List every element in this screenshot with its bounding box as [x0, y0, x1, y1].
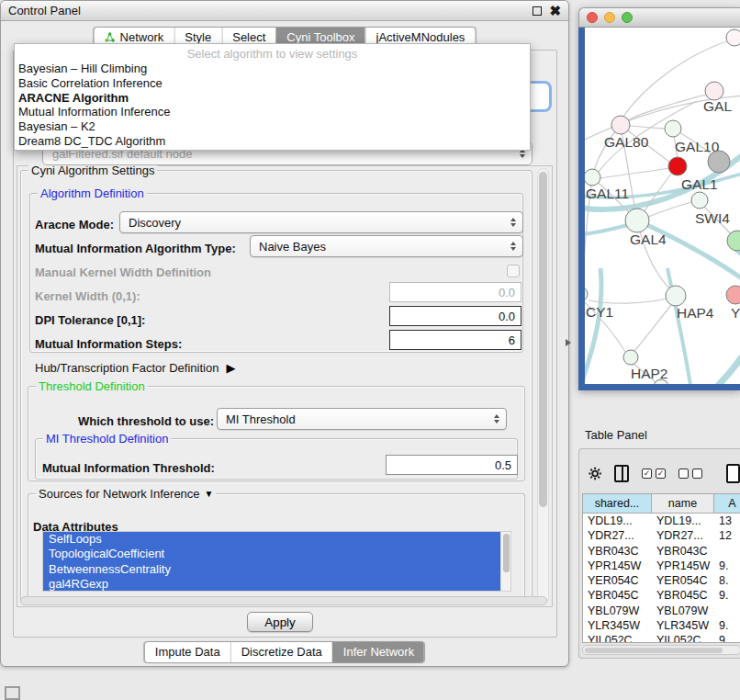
kernel-width-label: Kernel Width (0,1):	[35, 289, 140, 303]
node-label: HAP2	[631, 366, 668, 381]
close-window-icon[interactable]	[587, 12, 598, 23]
columns-icon[interactable]	[614, 465, 629, 482]
mi-algorithm-type-combo[interactable]: Naive Bayes	[250, 235, 523, 257]
table-row[interactable]: YBL079WYBL079W	[583, 604, 740, 618]
network-node-hap2[interactable]	[623, 350, 638, 365]
table-row[interactable]: YER054CYER054C8.	[583, 573, 740, 588]
zoom-window-icon[interactable]	[622, 12, 633, 23]
node-label: GAL11	[586, 186, 629, 201]
collapsed-arrow-icon: ▶	[226, 361, 235, 375]
node-label: GAL1	[681, 176, 718, 192]
node-label: GCY1	[585, 304, 613, 320]
data-attribute-item[interactable]: TopologicalCoefficient	[43, 547, 500, 561]
control-panel-window: Control Panel ✖ NetworkStyleSelectCyni T…	[0, 0, 569, 667]
table-row[interactable]: YDL19...YDL19...13	[583, 514, 740, 528]
table-row[interactable]: YPR145WYPR145W9.	[583, 559, 740, 573]
network-node-gal[interactable]	[705, 82, 723, 100]
data-attribute-item[interactable]: BetweennessCentrality	[43, 562, 500, 577]
column-header-name[interactable]: name	[652, 494, 714, 514]
control-panel-title: Control Panel	[8, 4, 81, 17]
checked-boxes-icon[interactable]: ✓✓	[642, 469, 666, 479]
table-row[interactable]: YIL052CYIL052C9.	[583, 633, 740, 643]
combo-stepper-icon	[510, 218, 516, 227]
attributes-list-scrollbar[interactable]	[500, 532, 510, 591]
network-edge[interactable]	[634, 305, 671, 351]
table-row[interactable]: YBR045CYBR045C9.	[583, 588, 740, 603]
dpi-tolerance-field[interactable]: 0.0	[389, 306, 521, 326]
table-row[interactable]: YLR345WYLR345W9.	[583, 618, 740, 633]
network-node-gcy1[interactable]	[585, 287, 588, 301]
settings-vertical-scrollbar[interactable]	[537, 168, 549, 604]
column-header-A[interactable]: A	[714, 494, 740, 514]
aracne-mode-label: Aracne Mode:	[35, 218, 114, 231]
gear-icon[interactable]	[589, 466, 601, 481]
hub-definition-toggle[interactable]: Hub/Transcription Factor Definition ▶	[35, 361, 235, 375]
network-node-gal1[interactable]	[668, 157, 687, 175]
cyni-bottom-tabs: Impute DataDiscretize DataInfer Network	[144, 641, 425, 663]
network-node-hap4[interactable]	[666, 286, 686, 306]
minimize-window-icon[interactable]	[604, 12, 615, 23]
close-panel-icon[interactable]: ✖	[549, 6, 561, 16]
network-node-gal11[interactable]	[585, 169, 600, 186]
algorithm-placeholder: Select algorithm to view settings	[15, 44, 530, 62]
network-view-window: GALGAL80GAL10GAL1GAL11SWI4GAL4GCY1HAP4YH…	[578, 7, 740, 390]
expanded-arrow-icon[interactable]: ▼	[205, 489, 214, 499]
network-canvas[interactable]: GALGAL80GAL10GAL1GAL11SWI4GAL4GCY1HAP4YH…	[585, 28, 740, 384]
combo-stepper-icon	[510, 242, 516, 251]
network-node-gal10[interactable]	[665, 120, 681, 137]
node-label: Y	[731, 305, 740, 321]
kernel-width-field[interactable]: 0.0	[389, 282, 521, 302]
network-edge[interactable]	[712, 349, 740, 384]
tab-discretize-data[interactable]: Discretize Data	[230, 642, 332, 662]
tab-impute-data[interactable]: Impute Data	[145, 642, 230, 662]
node-table: shared...nameA YDL19...YDL19...13YDR27..…	[582, 493, 740, 643]
table-header-row: shared...nameA	[583, 494, 740, 514]
network-window-titlebar	[578, 7, 740, 28]
network-node-y[interactable]	[726, 286, 740, 304]
algorithm-option[interactable]: Bayesian – K2	[15, 119, 530, 134]
mi-steps-field[interactable]: 6	[389, 330, 521, 350]
network-edge[interactable]	[667, 268, 691, 384]
manual-kernel-checkbox[interactable]	[507, 265, 520, 277]
mi-threshold-label: Mutual Information Threshold:	[42, 461, 215, 475]
which-threshold-combo[interactable]: MI Threshold	[217, 408, 507, 430]
network-edge[interactable]	[637, 220, 740, 281]
algorithm-option[interactable]: Bayesian – Hill Climbing	[15, 62, 530, 76]
threshold-definition-legend: Threshold Definition	[36, 379, 148, 393]
dpi-tolerance-label: DPI Tolerance [0,1]:	[35, 313, 145, 327]
manual-kernel-label: Manual Kernel Width Definition	[35, 265, 211, 279]
network-edge[interactable]	[599, 168, 669, 178]
aracne-mode-combo[interactable]: Discovery	[119, 211, 523, 233]
settings-horizontal-scrollbar[interactable]	[20, 596, 547, 605]
document-icon[interactable]	[726, 464, 740, 483]
table-panel-title: Table Panel	[585, 428, 647, 442]
table-row[interactable]: YDR27...YDR27...12	[583, 528, 740, 543]
node-label: SWI4	[695, 210, 730, 226]
minimized-panel-icon[interactable]	[5, 686, 20, 700]
column-header-shared...[interactable]: shared...	[583, 494, 652, 514]
network-edge[interactable]	[585, 268, 601, 384]
tab-infer-network[interactable]: Infer Network	[332, 642, 424, 662]
table-horizontal-scrollbar[interactable]	[582, 645, 740, 655]
network-node-swi4[interactable]	[691, 192, 708, 209]
network-node-unlabeled[interactable]	[727, 231, 740, 251]
network-node-gal4[interactable]	[625, 209, 649, 232]
network-node-gal80[interactable]	[611, 116, 630, 134]
data-attributes-list: SelfLoopsTopologicalCoefficientBetweenne…	[42, 531, 511, 592]
node-label: HAP4	[677, 305, 714, 321]
mi-threshold-field[interactable]: 0.5	[386, 455, 518, 475]
network-node-unlabeled[interactable]	[708, 151, 730, 173]
algorithm-option[interactable]: Basic Correlation Inference	[15, 76, 530, 91]
algorithm-option[interactable]: Dream8 DC_TDC Algorithm	[15, 134, 530, 149]
algorithm-definition-legend: Algorithm Definition	[38, 186, 147, 200]
table-row[interactable]: YBR043CYBR043C	[583, 544, 740, 559]
algorithm-option[interactable]: Mutual Information Inference	[15, 105, 530, 119]
panel-splitter-arrow-icon[interactable]	[566, 339, 571, 346]
float-panel-icon[interactable]	[533, 6, 542, 16]
data-attribute-item[interactable]: SelfLoops	[43, 532, 500, 547]
network-node-unlabeled[interactable]	[726, 29, 740, 46]
unchecked-boxes-icon[interactable]	[678, 469, 702, 479]
data-attribute-item[interactable]: gal4RGexp	[43, 577, 500, 592]
apply-button[interactable]: Apply	[247, 612, 313, 632]
algorithm-option[interactable]: ARACNE Algorithm	[15, 91, 530, 106]
